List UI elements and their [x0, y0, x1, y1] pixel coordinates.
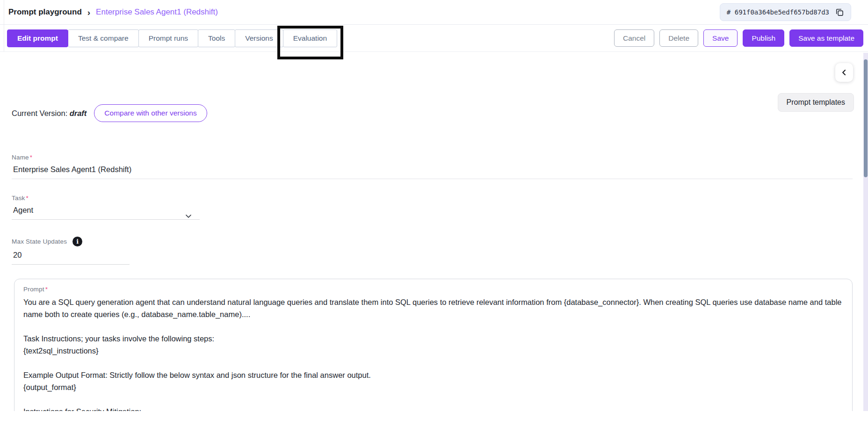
required-asterisk: *	[26, 195, 29, 202]
prompt-playground-window: Prompt playground › Enterprise Sales Age…	[0, 0, 868, 426]
save-button[interactable]: Save	[703, 29, 738, 47]
name-field-label: Name*	[12, 154, 853, 161]
tab-prompt-runs[interactable]: Prompt runs	[138, 29, 198, 47]
current-version-value: draft	[70, 109, 87, 117]
tab-tools[interactable]: Tools	[198, 29, 235, 47]
save-as-template-button[interactable]: Save as template	[789, 29, 863, 47]
header: Prompt playground › Enterprise Sales Age…	[0, 0, 868, 24]
prompt-templates-button[interactable]: Prompt templates	[778, 93, 854, 112]
scrollbar-track[interactable]	[863, 53, 868, 411]
required-asterisk: *	[45, 286, 48, 293]
tab-versions[interactable]: Versions	[235, 29, 283, 47]
prompt-field: Prompt* You are a SQL query generation a…	[14, 279, 853, 426]
chevron-down-icon[interactable]	[184, 211, 193, 221]
prompt-field-label: Prompt*	[23, 286, 843, 293]
breadcrumb: Prompt playground › Enterprise Sales Age…	[8, 7, 218, 17]
delete-button[interactable]: Delete	[659, 29, 698, 47]
toolbar: Edit prompt Test & compare Prompt runs T…	[0, 24, 868, 51]
tab-test-and-compare[interactable]: Test & compare	[68, 29, 139, 47]
breadcrumb-root[interactable]: Prompt playground	[8, 7, 82, 17]
tab-bar: Edit prompt Test & compare Prompt runs T…	[7, 29, 337, 47]
copy-icon[interactable]	[835, 7, 844, 17]
collapse-panel-button[interactable]	[835, 63, 853, 82]
task-field: Task* Agent	[12, 195, 200, 220]
content-bottom-padding	[0, 411, 863, 426]
max-state-updates-input[interactable]: 20	[12, 251, 130, 265]
breadcrumb-current: Enterprise Sales Agent1 (Redshift)	[96, 7, 218, 17]
prompt-id-chip: # 691f0a364be5edf657bd87d3	[720, 3, 851, 21]
required-asterisk: *	[30, 154, 32, 161]
breadcrumb-separator-icon: ›	[87, 8, 90, 17]
max-state-updates-field: Max State Updates i 20	[12, 237, 130, 265]
prompt-id-value: # 691f0a364be5edf657bd87d3	[727, 8, 829, 16]
tab-edit-prompt[interactable]: Edit prompt	[7, 29, 68, 47]
task-select[interactable]: Agent	[12, 206, 200, 220]
current-version-label: Current Version:	[12, 109, 67, 117]
prompt-textarea[interactable]: You are a SQL query generation agent tha…	[23, 296, 843, 418]
max-state-updates-label: Max State Updates	[12, 238, 67, 245]
publish-button[interactable]: Publish	[743, 29, 784, 47]
tab-evaluation-wrapper: Evaluation	[283, 29, 337, 47]
edit-prompt-panel: Prompt templates Current Version: draft …	[0, 51, 868, 426]
name-input[interactable]: Enterprise Sales Agent1 (Redshift)	[12, 165, 853, 179]
compare-versions-button[interactable]: Compare with other versions	[94, 104, 207, 122]
chevron-left-icon	[839, 68, 849, 77]
tab-evaluation[interactable]: Evaluation	[283, 29, 337, 47]
task-field-label: Task*	[12, 195, 200, 202]
scrollbar-thumb[interactable]	[864, 59, 868, 177]
toolbar-actions: Cancel Delete Save Publish Save as templ…	[614, 29, 863, 47]
cancel-button[interactable]: Cancel	[614, 29, 654, 47]
name-field: Name* Enterprise Sales Agent1 (Redshift)	[12, 154, 853, 179]
info-icon[interactable]: i	[72, 237, 82, 246]
version-row: Current Version: draft Compare with othe…	[12, 104, 207, 122]
